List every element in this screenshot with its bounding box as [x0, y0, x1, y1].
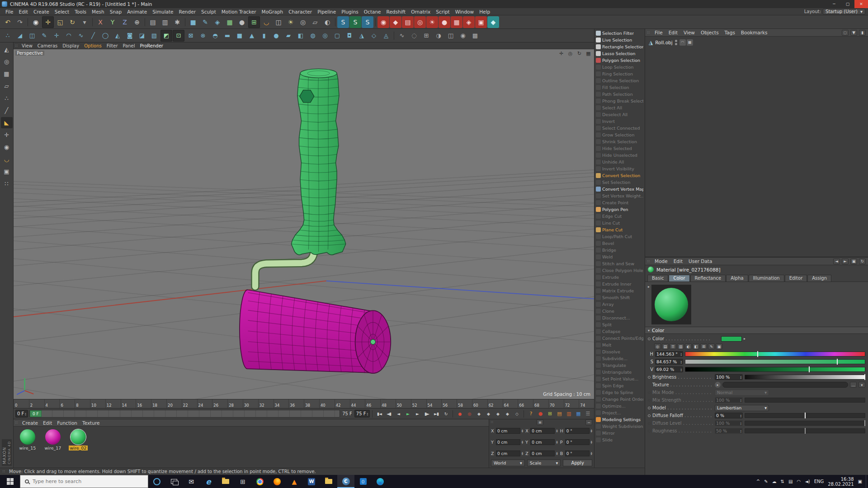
color-tool-icon[interactable]: ▥: [677, 343, 684, 349]
taskbar-app-icon[interactable]: W: [303, 475, 320, 488]
command-item[interactable]: Spin Edge: [594, 382, 645, 389]
toolbar-icon[interactable]: ▦: [451, 16, 462, 28]
transport-icon[interactable]: ▮◄: [375, 409, 384, 418]
panel-tool-icon[interactable]: ◄: [833, 258, 840, 264]
camera-label[interactable]: Perspective: [15, 51, 44, 56]
modeling-toolbar-icon[interactable]: ◎: [319, 30, 331, 42]
modeling-toolbar-icon[interactable]: ▢: [331, 30, 343, 42]
viewport-menu-item[interactable]: Filter: [104, 43, 120, 48]
command-item[interactable]: Deselect All: [594, 111, 645, 118]
tray-icon[interactable]: ▤: [788, 479, 793, 484]
command-item[interactable]: Path Selection: [594, 91, 645, 98]
taskbar-app-icon[interactable]: ✉: [183, 475, 200, 488]
color-tool-icon[interactable]: ✎: [708, 343, 715, 349]
modeling-toolbar-icon[interactable]: ⊞: [420, 30, 432, 42]
modeling-toolbar-icon[interactable]: ◧: [295, 30, 307, 42]
menu-item[interactable]: Mode: [652, 258, 670, 264]
viewport-menu-item[interactable]: View: [19, 43, 35, 48]
value-field[interactable]: 69.02 %▴▾: [655, 366, 683, 372]
modeling-toolbar-icon[interactable]: ⊡: [173, 30, 184, 42]
modeling-toolbar-icon[interactable]: ◫: [445, 30, 457, 42]
color-tool-icon[interactable]: ◎: [654, 343, 661, 349]
expander-icon[interactable]: ▸: [744, 337, 745, 341]
menu-item[interactable]: MoGraph: [259, 9, 286, 14]
menu-item[interactable]: Animate: [124, 9, 150, 14]
viewport-menu-item[interactable]: Cameras: [35, 43, 60, 48]
menu-item[interactable]: Script: [433, 9, 452, 14]
menu-item[interactable]: View: [681, 30, 698, 35]
command-item[interactable]: Convert Selection: [594, 172, 645, 179]
toolbar-icon[interactable]: ◈: [463, 16, 475, 28]
command-item[interactable]: Clone: [594, 308, 645, 314]
menu-item[interactable]: File: [3, 9, 16, 14]
color-tool-icon[interactable]: ◧: [693, 343, 699, 349]
command-item[interactable]: Split: [594, 321, 645, 328]
viewport-menu-item[interactable]: ProRender: [138, 43, 165, 48]
menu-item[interactable]: Redshift: [384, 9, 409, 14]
command-item[interactable]: Select Connected: [594, 125, 645, 131]
taskbar-app-icon[interactable]: ▲: [286, 475, 303, 488]
coordinate-value[interactable]: 0 cm: [530, 439, 555, 445]
toolbar-icon[interactable]: ☀: [285, 16, 297, 28]
command-item[interactable]: Optimize...: [594, 403, 645, 409]
hue-slider[interactable]: [685, 352, 865, 357]
notification-icon[interactable]: ▣: [858, 479, 862, 484]
toolbar-icon[interactable]: ✛: [42, 16, 54, 28]
record-icon[interactable]: ◆: [503, 409, 512, 418]
animate-dot-icon[interactable]: [648, 338, 651, 340]
taskbar-search[interactable]: [20, 475, 148, 488]
command-item[interactable]: Hide Unselected: [594, 152, 645, 159]
taskbar-app-icon[interactable]: [217, 475, 234, 488]
animate-dot-icon[interactable]: [648, 407, 651, 409]
transform-mode-select[interactable]: Scale▾: [527, 460, 561, 466]
modeling-toolbar-icon[interactable]: ▲: [246, 30, 258, 42]
color-tool-icon[interactable]: ☰: [670, 343, 676, 349]
manager-icon[interactable]: ▦: [574, 409, 583, 418]
modeling-toolbar-icon[interactable]: ∴: [2, 30, 14, 42]
color-tool-icon[interactable]: ⊞: [700, 343, 707, 349]
stepper-icon[interactable]: ▲▼: [522, 441, 523, 444]
brightness-field[interactable]: 100 %▴▾: [715, 374, 743, 380]
minimize-button[interactable]: ─: [827, 0, 841, 8]
command-item[interactable]: Live Selection: [594, 37, 645, 43]
modeling-toolbar-icon[interactable]: ∿: [396, 30, 408, 42]
command-item[interactable]: Loop/Path Cut: [594, 233, 645, 240]
panel-tool-icon[interactable]: ◌: [842, 30, 849, 36]
menu-item[interactable]: Edit: [671, 258, 685, 264]
menu-item[interactable]: Plugins: [339, 9, 361, 14]
menu-item[interactable]: Edit: [16, 9, 31, 14]
command-item[interactable]: Bridge: [594, 247, 645, 253]
animate-dot-icon[interactable]: [648, 376, 651, 379]
drag-handle-icon[interactable]: ∷: [15, 44, 18, 48]
viewport-nav-icon[interactable]: ▦: [585, 50, 592, 57]
toolbar-icon[interactable]: S: [349, 16, 361, 28]
material-tab[interactable]: Alpha: [726, 275, 748, 282]
start-button[interactable]: [0, 475, 20, 488]
modeling-toolbar-icon[interactable]: ◢: [14, 30, 26, 42]
coordinate-space-select[interactable]: World▾: [491, 460, 525, 466]
command-item[interactable]: Create Point: [594, 199, 645, 206]
material-tab[interactable]: Assign: [807, 275, 831, 282]
command-item[interactable]: Unhide All: [594, 159, 645, 165]
menu-item[interactable]: Create: [31, 9, 52, 14]
viewport-nav-icon[interactable]: ◎: [566, 50, 574, 57]
material-tab[interactable]: Color: [669, 275, 689, 282]
end-frame-field[interactable]: 75 F▴▾: [354, 410, 370, 418]
toolbar-icon[interactable]: ◈: [212, 16, 223, 28]
stepper-icon[interactable]: ▲▼: [522, 452, 523, 455]
transport-icon[interactable]: ►: [403, 409, 412, 418]
command-item[interactable]: Ring Selection: [594, 70, 645, 77]
material-tab[interactable]: Reflectance: [690, 275, 726, 282]
modeling-toolbar-icon[interactable]: ◌: [408, 30, 420, 42]
toolbar-icon[interactable]: ◐: [321, 16, 333, 28]
menu-item[interactable]: Mesh: [89, 9, 107, 14]
command-item[interactable]: Line Cut: [594, 220, 645, 226]
command-item[interactable]: Select All: [594, 104, 645, 111]
modeling-toolbar-icon[interactable]: ◠: [63, 30, 75, 42]
command-item[interactable]: Invert: [594, 118, 645, 125]
modeling-toolbar-icon[interactable]: ▧: [148, 30, 160, 42]
hue-field[interactable]: 144.563 °▴▾: [655, 351, 683, 357]
command-item[interactable]: Set Point Value...: [594, 375, 645, 382]
command-item[interactable]: Disconnect...: [594, 314, 645, 321]
modeling-toolbar-icon[interactable]: ◪: [136, 30, 148, 42]
